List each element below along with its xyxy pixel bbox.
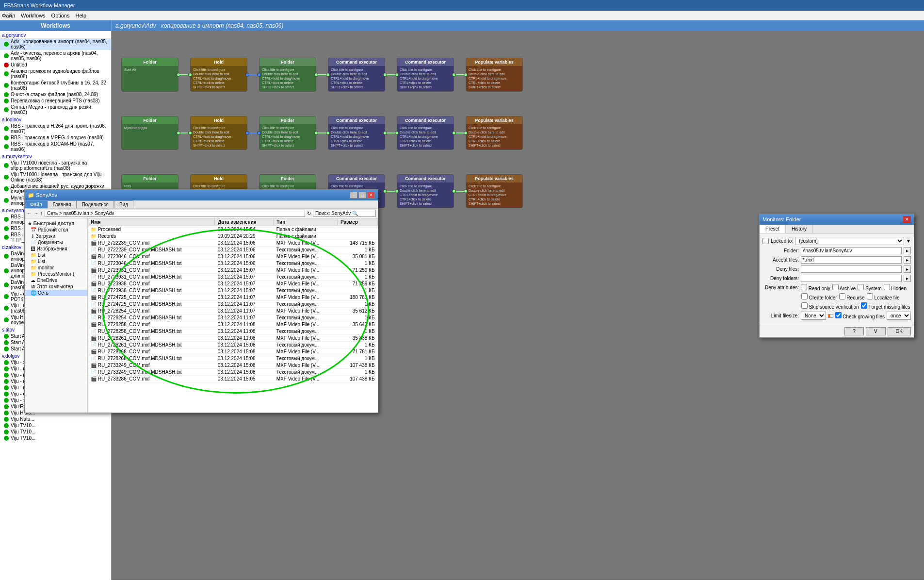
locked-to-select[interactable]: {custom} <box>795 237 904 245</box>
node-cmd-1a[interactable]: Command executor Click title to configur… <box>328 58 385 92</box>
menu-file[interactable]: Файл <box>2 13 15 18</box>
nav-back[interactable]: ← <box>27 211 32 216</box>
file-row[interactable]: 🎬 RU_2723938_COM.mxf03.12.2024 15:07MXF … <box>88 281 378 287</box>
sidebar-monitor[interactable]: 📁 monitor <box>25 265 87 271</box>
monitors-tab-preset[interactable]: Preset <box>760 225 786 233</box>
workflow-viju-natu[interactable]: Viju Natu... <box>0 416 111 422</box>
workflow-analyze-audio[interactable]: Анализ громкости аудио/видео файлов (nas… <box>0 68 111 80</box>
sidebar-desktop[interactable]: 📅 Рабочий стол <box>25 227 87 233</box>
node-populate-3[interactable]: Populate variables Click title to config… <box>466 174 523 208</box>
sidebar-list1[interactable]: 📁 List <box>25 252 87 258</box>
menu-help[interactable]: Help <box>76 13 87 18</box>
file-row[interactable]: 📄 RU_2728268_COM.mxf.MDSHASH.txt03.12.20… <box>88 355 378 362</box>
cb-check-growing[interactable] <box>835 312 842 318</box>
file-row[interactable]: 📄 RU_2728254_COM.mxf.MDSHASH.txt03.12.20… <box>88 315 378 321</box>
user-label-loginov[interactable]: a.loginov <box>0 116 111 123</box>
col-size[interactable]: Размер <box>337 218 377 226</box>
node-hold-1[interactable]: Hold Click title to configureDouble clic… <box>190 58 247 92</box>
address-bar[interactable]: Сеть > nas05.tv.lan > SonyAdv <box>45 210 305 217</box>
col-name[interactable]: Имя <box>88 218 215 226</box>
workflow-viju-tv10-2[interactable]: Viju TV10... <box>0 429 111 435</box>
file-row[interactable]: 📄 RU_2728258_COM.mxf.MDSHASH.txt03.12.20… <box>88 328 378 335</box>
locked-to-checkbox[interactable] <box>762 238 769 244</box>
sidebar-documents[interactable]: 📄 Документы <box>25 239 87 246</box>
sidebar-list2[interactable]: 📁 List <box>25 258 87 265</box>
monitors-close-btn[interactable]: ✕ <box>903 216 911 223</box>
workflow-adv-copy[interactable]: Adv - копирование в импорт (nas04, nas05… <box>0 38 111 50</box>
workflow-adv-clean[interactable]: Adv - очистка, перенос в архив (nas04, n… <box>0 50 111 62</box>
node-folder-2[interactable]: Folder Мультиландия <box>121 116 178 150</box>
win-minimize[interactable]: − <box>350 192 357 199</box>
workflow-rbs-xdcam[interactable]: RBS - транскод в XDCAM-HD (nas07, nas06) <box>0 141 111 152</box>
cb-hidden[interactable] <box>884 284 890 290</box>
node-hold-2[interactable]: Hold Click title to configureDouble clic… <box>190 116 247 150</box>
file-row[interactable]: 📄 RU_2728261_COM.mxf.MDSHASH.txt03.12.20… <box>88 342 378 348</box>
col-type[interactable]: Тип <box>274 218 338 226</box>
node-cmd-3b[interactable]: Command executor Click title to configur… <box>397 174 454 208</box>
nav-forward[interactable]: → <box>33 211 38 216</box>
user-label-muzykantov[interactable]: a.muzykantov <box>0 153 111 160</box>
workflow-signal[interactable]: Сигнал Медиа - транскод для резки (nas03… <box>0 104 111 116</box>
nav-up[interactable]: ↑ <box>40 211 43 216</box>
deny-folders-browse[interactable]: ▸ <box>904 275 911 282</box>
menu-workflows[interactable]: Workflows <box>21 13 46 18</box>
workflow-repack-pts[interactable]: Перепаковка с генерацией PTS (nas08) <box>0 98 111 104</box>
node-folder-1[interactable]: Folder Start Air <box>121 58 178 92</box>
cb-forget-missing[interactable] <box>861 302 867 309</box>
folder-records[interactable]: 📁 Records 19.09.2024 20:29 Папка с файла… <box>88 233 378 240</box>
explorer-main[interactable]: Имя Дата изменения Тип Размер 📁 Processe… <box>88 218 378 413</box>
file-row[interactable]: 📄 RU_2724725_COM.mxf.MDSHASH.txt03.12.20… <box>88 301 378 308</box>
cb-localize[interactable] <box>867 293 873 299</box>
node-folder2-2[interactable]: Folder Click title to configureDouble cl… <box>259 116 316 150</box>
sidebar-network[interactable]: 🌐 Сеть <box>25 290 87 296</box>
file-row[interactable]: 🎬 RU_2728254_COM.mxf03.12.2024 11:07MXF … <box>88 308 378 315</box>
workflow-convert-bit[interactable]: Конвертация битовой глубины в 16, 24, 32… <box>0 80 111 91</box>
folder-processed[interactable]: 📁 Processed 03.12.2024 15:54 Папка с фай… <box>88 226 378 233</box>
deny-files-browse[interactable]: ▸ <box>904 265 911 273</box>
file-row[interactable]: 📄 RU_2723938_COM.mxf.MDSHASH.txt03.12.20… <box>88 287 378 294</box>
file-row[interactable]: 📄 RU_2723046_COM.mxf.MDSHASH.txt03.12.20… <box>88 260 378 267</box>
node-populate-1[interactable]: Populate variables Click title to config… <box>466 58 523 92</box>
file-row[interactable]: 📄 RU_2733249_COM.mxf.MDSHASH.txt03.12.20… <box>88 369 378 376</box>
workflow-rbs-mpeg4[interactable]: RBS - транскод в MPEG-4 лоурез (nas08) <box>0 134 111 141</box>
menu-options[interactable]: Options <box>51 13 70 18</box>
node-folder2-1[interactable]: Folder Click title to configureDouble cl… <box>259 58 316 92</box>
cb-create-folder[interactable] <box>801 293 808 299</box>
node-cmd-2a[interactable]: Command executor Click title to configur… <box>328 116 385 150</box>
cb-archive[interactable] <box>832 284 839 290</box>
win-maximize[interactable]: □ <box>358 192 366 199</box>
accept-files-input[interactable] <box>801 256 902 264</box>
node-populate-2[interactable]: Populate variables Click title to config… <box>466 116 523 150</box>
sidebar-processmonitor[interactable]: 📁 ProcessMonitor ( <box>25 271 87 277</box>
workflow-rbs-h264-promo[interactable]: RBS - транскод в H.264 для промо (nas06,… <box>0 123 111 134</box>
deny-folders-input[interactable] <box>801 275 902 282</box>
cb-skip-source[interactable] <box>801 302 808 309</box>
folder-browse-btn[interactable]: ▸ <box>904 247 911 254</box>
sidebar-thispc[interactable]: 🖥 Этот компьютер <box>25 283 87 290</box>
file-row[interactable]: 📄 RU_2723931_COM.mxf.MDSHASH.txt03.12.20… <box>88 274 378 281</box>
sidebar-downloads[interactable]: ⇓ Загрузки <box>25 233 87 239</box>
cb-recurse[interactable] <box>839 293 845 299</box>
check-growing-select[interactable]: once <box>887 312 911 320</box>
col-date[interactable]: Дата изменения <box>215 218 274 226</box>
file-row[interactable]: 🎬 RU_2728261_COM.mxf03.12.2024 11:08MXF … <box>88 335 378 342</box>
workflow-clean-old[interactable]: Очистка старых файлов (nas08, 24.89) <box>0 91 111 98</box>
search-bar[interactable]: Поиск: SonyAdv 🔍 <box>313 210 376 217</box>
workflow-viju-tv10-3[interactable]: Viju TV10... <box>0 435 111 441</box>
workflow-viju-tv1000-sftp[interactable]: Viju TV1000 новелла - загрузка на sftp.p… <box>0 160 111 171</box>
monitors-help-btn[interactable]: ? <box>844 327 864 335</box>
cb-readonly[interactable] <box>801 284 807 290</box>
tab-share[interactable]: Поделиться <box>77 200 114 208</box>
file-row[interactable]: 🎬 RU_2722239_COM.mxf03.12.2024 15:06MXF … <box>88 240 378 247</box>
workflow-viju-tv1000-transcode[interactable]: Viju TV1000 Новелла - транскод для Viju … <box>0 171 111 183</box>
workflow-viju-tv10-1[interactable]: Viju TV10... <box>0 422 111 429</box>
monitors-v-btn[interactable]: V <box>866 327 886 335</box>
sidebar-images[interactable]: 🖼 Изображения <box>25 246 87 252</box>
tab-home[interactable]: Главная <box>48 200 77 208</box>
accept-files-browse[interactable]: ▸ <box>904 256 911 264</box>
cb-system[interactable] <box>858 284 864 290</box>
file-row[interactable]: 🎬 RU_2728258_COM.mxf03.12.2024 11:08MXF … <box>88 321 378 328</box>
file-row[interactable]: 🎬 RU_2723046_COM.mxf03.12.2024 15:06MXF … <box>88 253 378 260</box>
sidebar-onedrive[interactable]: ☁ OneDrive <box>25 277 87 283</box>
tab-view[interactable]: Вид <box>114 200 133 208</box>
